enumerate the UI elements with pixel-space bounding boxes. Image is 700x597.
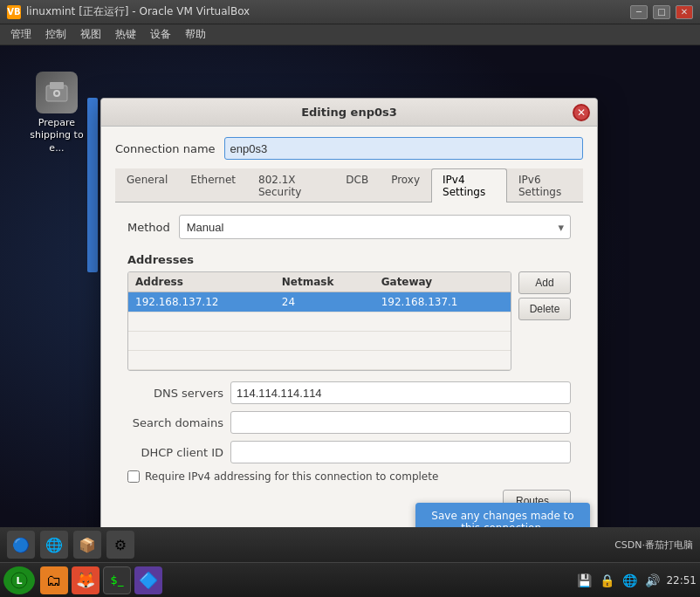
cell-address: 192.168.137.12 [128,292,275,312]
require-ipv4-checkbox[interactable] [127,470,140,483]
taskbar2-text: CSDN·番茄打电脑 [614,539,693,552]
addresses-section: Addresses Address Netmask Gateway [127,253,571,371]
connection-name-label: Connection name [115,142,216,155]
tab-8021x[interactable]: 802.1X Security [247,168,334,202]
search-domains-label: Search domains [127,416,223,429]
menu-manage[interactable]: 管理 [3,25,38,44]
menubar: 管理 控制 视图 热键 设备 帮助 [0,24,700,45]
search-domains-row: Search domains [127,411,571,434]
tab-ethernet[interactable]: Ethernet [179,168,247,202]
taskbar2: 🔵 🌐 📦 ⚙ CSDN·番茄打电脑 [0,527,700,562]
taskbar-app4[interactable]: 🔷 [134,566,162,594]
cell-gateway: 192.168.137.1 [374,292,511,312]
taskbar-volume-icon[interactable]: 🔊 [643,572,661,589]
menu-hotkeys[interactable]: 热键 [108,25,143,44]
desktop-icon-label: Prepare shipping to e... [26,117,87,154]
method-row: Method Manual Automatic (DHCP) Link-Loca… [127,215,571,239]
dialog-content: Connection name General Ethernet 802.1X … [101,127,597,542]
dhcp-client-label: DHCP client ID [127,446,223,459]
taskbar2-app-1[interactable]: 🔵 [7,531,35,559]
svg-rect-1 [50,82,64,89]
connection-name-row: Connection name [115,137,583,160]
addresses-table-wrapper: Address Netmask Gateway 192.168.137.12 2… [127,271,511,371]
addresses-title: Addresses [127,253,571,266]
desktop: Prepare shipping to e... Editing enp0s3 … [0,45,700,597]
dns-row: DNS servers [127,381,571,404]
menu-devices[interactable]: 设备 [143,25,178,44]
taskbar2-app-4[interactable]: ⚙ [106,531,134,559]
taskbar-network-icon[interactable]: 🌐 [621,572,638,589]
dialog-titlebar: Editing enp0s3 ✕ [101,99,597,127]
dns-input[interactable] [230,381,571,404]
addresses-area: Address Netmask Gateway 192.168.137.12 2… [127,271,571,371]
tabs-bar: General Ethernet 802.1X Security DCB Pro… [115,168,583,202]
col-address: Address [128,272,275,292]
connection-name-input[interactable] [224,137,583,160]
table-row[interactable]: 192.168.137.12 24 192.168.137.1 [128,292,511,312]
window-title: linuxmint [正在运行] - Oracle VM VirtualBox [26,4,630,19]
menu-view[interactable]: 视图 [73,25,108,44]
taskbar2-right: CSDN·番茄打电脑 [614,539,693,552]
address-buttons: Add Delete [518,271,571,371]
accent-bar [87,98,98,272]
tab-content-ipv4: Method Manual Automatic (DHCP) Link-Loca… [115,202,583,532]
menu-control[interactable]: 控制 [38,25,73,44]
col-netmask: Netmask [275,272,374,292]
taskbar-terminal[interactable]: $_ [103,566,131,594]
svg-point-3 [55,92,58,95]
method-label: Method [127,221,170,234]
taskbar2-app-3[interactable]: 📦 [73,531,101,559]
dhcp-client-input[interactable] [230,441,571,463]
menu-help[interactable]: 帮助 [178,25,213,44]
restore-button[interactable]: □ [653,5,670,19]
method-select-wrapper: Manual Automatic (DHCP) Link-Local Only … [179,215,571,239]
taskbar-save-icon[interactable]: 💾 [575,572,593,589]
addresses-table: Address Netmask Gateway 192.168.137.12 2… [128,272,511,370]
tab-dcb[interactable]: DCB [334,168,380,202]
titlebar: VB linuxmint [正在运行] - Oracle VM VirtualB… [0,0,700,24]
dialog-close-button[interactable]: ✕ [573,104,590,121]
tab-proxy[interactable]: Proxy [380,168,431,202]
taskbar-apps: 🗂 🦊 $_ 🔷 [40,566,575,594]
minimize-button[interactable]: ─ [630,5,648,19]
close-button[interactable]: ✕ [676,5,693,19]
taskbar-files[interactable]: 🗂 [40,566,68,594]
svg-text:L: L [16,575,22,587]
col-gateway: Gateway [374,272,511,292]
add-address-button[interactable]: Add [518,271,571,294]
taskbar-right: 💾 🔒 🌐 🔊 22:51 [575,572,697,589]
tab-ipv4[interactable]: IPv4 Settings [431,168,507,202]
search-domains-input[interactable] [230,411,571,434]
dhcp-client-row: DHCP client ID [127,441,571,463]
app-icon: VB [7,5,21,19]
table-row-empty-3 [128,351,511,370]
start-button[interactable]: L [3,566,35,594]
desktop-icon-prepare[interactable]: Prepare shipping to e... [26,72,87,154]
checkbox-row: Require IPv4 addressing for this connect… [127,470,571,483]
desktop-icon-image [36,72,78,113]
taskbar-firefox[interactable]: 🦊 [72,566,100,594]
taskbar: L 🗂 🦊 $_ 🔷 💾 🔒 🌐 🔊 22:51 [0,562,700,597]
tab-ipv6[interactable]: IPv6 Settings [507,168,583,202]
taskbar-time: 22:51 [666,574,697,587]
table-row-empty-1 [128,312,511,332]
taskbar-lock-icon[interactable]: 🔒 [598,572,615,589]
table-row-empty-2 [128,332,511,351]
window-controls: ─ □ ✕ [630,5,693,19]
method-select[interactable]: Manual Automatic (DHCP) Link-Local Only … [179,215,571,239]
dialog-title: Editing enp0s3 [301,106,397,119]
tab-general[interactable]: General [115,168,179,202]
cell-netmask: 24 [275,292,374,312]
editing-dialog: Editing enp0s3 ✕ Connection name General… [100,98,598,584]
taskbar2-app-2[interactable]: 🌐 [40,531,68,559]
require-ipv4-label: Require IPv4 addressing for this connect… [145,470,438,483]
delete-address-button[interactable]: Delete [518,298,571,320]
dns-label: DNS servers [127,387,223,400]
